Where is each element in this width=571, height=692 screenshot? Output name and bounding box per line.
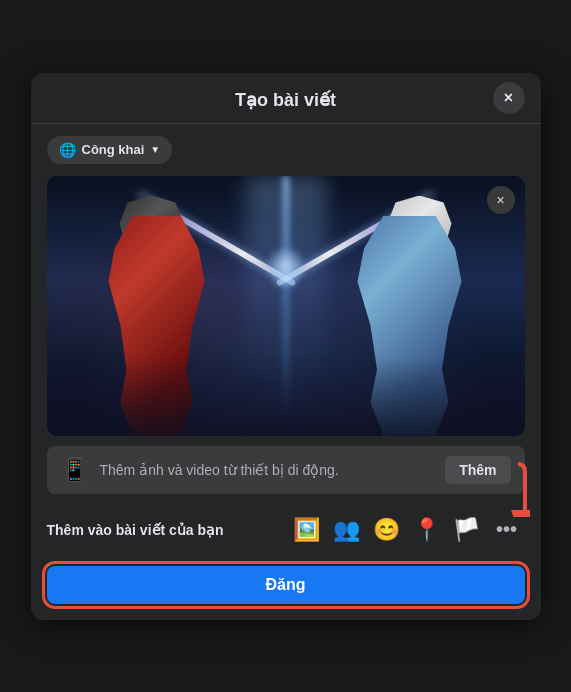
add-to-post-row: Thêm vào bài viết của bạn 🖼️ 👥 😊 📍 🏳️	[47, 504, 525, 558]
red-arrow-icon	[480, 462, 530, 517]
mobile-add-row: 📱 Thêm ảnh và video từ thiết bị di động.…	[47, 446, 525, 494]
emoji-icon-button[interactable]: 😊	[369, 512, 405, 548]
create-post-modal: Tạo bài viết × 🌐 Công khai ▼	[31, 73, 541, 620]
cross-glow	[266, 246, 306, 286]
close-button[interactable]: ×	[493, 82, 525, 114]
image-container: ×	[47, 176, 525, 436]
tag-icon-button[interactable]: 👥	[329, 512, 365, 548]
arrow-container: •••	[489, 512, 525, 548]
city-background	[47, 356, 525, 436]
globe-icon: 🌐	[59, 142, 76, 158]
mobile-icon: 📱	[61, 457, 88, 483]
modal-body: 🌐 Công khai ▼	[31, 124, 541, 558]
post-button-row: Đăng	[31, 558, 541, 620]
post-image	[47, 176, 525, 436]
more-icon-button[interactable]: •••	[489, 512, 525, 548]
privacy-label: Công khai	[82, 142, 145, 157]
chevron-down-icon: ▼	[150, 144, 160, 155]
flag-icon-button[interactable]: 🏳️	[449, 512, 485, 548]
action-icons: 🖼️ 👥 😊 📍 🏳️ •••	[289, 512, 525, 548]
add-to-post-label: Thêm vào bài viết của bạn	[47, 522, 289, 538]
photo-icon-button[interactable]: 🖼️	[289, 512, 325, 548]
mobile-add-text: Thêm ảnh và video từ thiết bị di động.	[100, 462, 434, 478]
privacy-button[interactable]: 🌐 Công khai ▼	[47, 136, 173, 164]
modal-title: Tạo bài viết	[235, 89, 336, 111]
modal-header: Tạo bài viết ×	[31, 73, 541, 124]
remove-image-button[interactable]: ×	[487, 186, 515, 214]
post-button[interactable]: Đăng	[47, 566, 525, 604]
location-icon-button[interactable]: 📍	[409, 512, 445, 548]
